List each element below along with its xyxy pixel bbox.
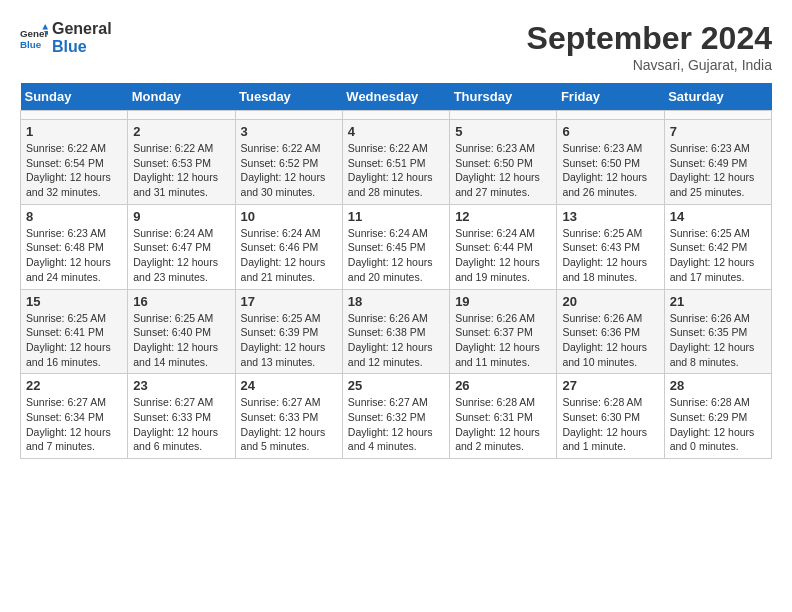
calendar-cell <box>557 111 664 120</box>
calendar-cell: 6Sunrise: 6:23 AMSunset: 6:50 PMDaylight… <box>557 120 664 205</box>
calendar-cell <box>664 111 771 120</box>
day-number: 10 <box>241 209 337 224</box>
calendar-cell: 28Sunrise: 6:28 AMSunset: 6:29 PMDayligh… <box>664 374 771 459</box>
day-info: Sunrise: 6:24 AMSunset: 6:46 PMDaylight:… <box>241 226 337 285</box>
calendar-cell: 16Sunrise: 6:25 AMSunset: 6:40 PMDayligh… <box>128 289 235 374</box>
calendar-cell: 8Sunrise: 6:23 AMSunset: 6:48 PMDaylight… <box>21 204 128 289</box>
location: Navsari, Gujarat, India <box>527 57 772 73</box>
calendar-cell: 2Sunrise: 6:22 AMSunset: 6:53 PMDaylight… <box>128 120 235 205</box>
calendar-cell: 26Sunrise: 6:28 AMSunset: 6:31 PMDayligh… <box>450 374 557 459</box>
day-number: 1 <box>26 124 122 139</box>
day-number: 7 <box>670 124 766 139</box>
calendar-table: Sunday Monday Tuesday Wednesday Thursday… <box>20 83 772 459</box>
calendar-cell: 3Sunrise: 6:22 AMSunset: 6:52 PMDaylight… <box>235 120 342 205</box>
day-info: Sunrise: 6:23 AMSunset: 6:50 PMDaylight:… <box>562 141 658 200</box>
calendar-cell: 15Sunrise: 6:25 AMSunset: 6:41 PMDayligh… <box>21 289 128 374</box>
calendar-cell: 22Sunrise: 6:27 AMSunset: 6:34 PMDayligh… <box>21 374 128 459</box>
day-number: 6 <box>562 124 658 139</box>
day-number: 8 <box>26 209 122 224</box>
calendar-cell: 27Sunrise: 6:28 AMSunset: 6:30 PMDayligh… <box>557 374 664 459</box>
day-info: Sunrise: 6:25 AMSunset: 6:39 PMDaylight:… <box>241 311 337 370</box>
calendar-week-row: 15Sunrise: 6:25 AMSunset: 6:41 PMDayligh… <box>21 289 772 374</box>
calendar-cell: 7Sunrise: 6:23 AMSunset: 6:49 PMDaylight… <box>664 120 771 205</box>
col-saturday: Saturday <box>664 83 771 111</box>
month-title: September 2024 <box>527 20 772 57</box>
logo: General Blue General Blue <box>20 20 112 55</box>
calendar-cell <box>342 111 449 120</box>
day-info: Sunrise: 6:25 AMSunset: 6:40 PMDaylight:… <box>133 311 229 370</box>
calendar-week-row: 8Sunrise: 6:23 AMSunset: 6:48 PMDaylight… <box>21 204 772 289</box>
calendar-cell: 25Sunrise: 6:27 AMSunset: 6:32 PMDayligh… <box>342 374 449 459</box>
header-row: Sunday Monday Tuesday Wednesday Thursday… <box>21 83 772 111</box>
day-number: 22 <box>26 378 122 393</box>
calendar-cell: 4Sunrise: 6:22 AMSunset: 6:51 PMDaylight… <box>342 120 449 205</box>
logo-icon: General Blue <box>20 24 48 52</box>
logo-line2: Blue <box>52 38 112 56</box>
col-wednesday: Wednesday <box>342 83 449 111</box>
day-number: 3 <box>241 124 337 139</box>
day-info: Sunrise: 6:22 AMSunset: 6:54 PMDaylight:… <box>26 141 122 200</box>
col-friday: Friday <box>557 83 664 111</box>
calendar-cell: 5Sunrise: 6:23 AMSunset: 6:50 PMDaylight… <box>450 120 557 205</box>
title-area: September 2024 Navsari, Gujarat, India <box>527 20 772 73</box>
day-info: Sunrise: 6:22 AMSunset: 6:51 PMDaylight:… <box>348 141 444 200</box>
day-number: 27 <box>562 378 658 393</box>
day-info: Sunrise: 6:23 AMSunset: 6:48 PMDaylight:… <box>26 226 122 285</box>
day-info: Sunrise: 6:28 AMSunset: 6:29 PMDaylight:… <box>670 395 766 454</box>
calendar-cell: 1Sunrise: 6:22 AMSunset: 6:54 PMDaylight… <box>21 120 128 205</box>
day-info: Sunrise: 6:22 AMSunset: 6:53 PMDaylight:… <box>133 141 229 200</box>
col-monday: Monday <box>128 83 235 111</box>
day-info: Sunrise: 6:25 AMSunset: 6:43 PMDaylight:… <box>562 226 658 285</box>
calendar-cell: 17Sunrise: 6:25 AMSunset: 6:39 PMDayligh… <box>235 289 342 374</box>
day-info: Sunrise: 6:27 AMSunset: 6:34 PMDaylight:… <box>26 395 122 454</box>
day-info: Sunrise: 6:28 AMSunset: 6:30 PMDaylight:… <box>562 395 658 454</box>
day-number: 4 <box>348 124 444 139</box>
day-info: Sunrise: 6:25 AMSunset: 6:42 PMDaylight:… <box>670 226 766 285</box>
day-info: Sunrise: 6:27 AMSunset: 6:33 PMDaylight:… <box>241 395 337 454</box>
day-number: 24 <box>241 378 337 393</box>
svg-marker-2 <box>42 24 48 30</box>
calendar-week-row: 1Sunrise: 6:22 AMSunset: 6:54 PMDaylight… <box>21 120 772 205</box>
day-number: 18 <box>348 294 444 309</box>
day-info: Sunrise: 6:25 AMSunset: 6:41 PMDaylight:… <box>26 311 122 370</box>
calendar-cell: 24Sunrise: 6:27 AMSunset: 6:33 PMDayligh… <box>235 374 342 459</box>
day-info: Sunrise: 6:22 AMSunset: 6:52 PMDaylight:… <box>241 141 337 200</box>
day-info: Sunrise: 6:24 AMSunset: 6:44 PMDaylight:… <box>455 226 551 285</box>
calendar-cell: 10Sunrise: 6:24 AMSunset: 6:46 PMDayligh… <box>235 204 342 289</box>
calendar-cell: 13Sunrise: 6:25 AMSunset: 6:43 PMDayligh… <box>557 204 664 289</box>
calendar-cell <box>235 111 342 120</box>
day-number: 26 <box>455 378 551 393</box>
calendar-cell: 12Sunrise: 6:24 AMSunset: 6:44 PMDayligh… <box>450 204 557 289</box>
day-number: 5 <box>455 124 551 139</box>
day-number: 25 <box>348 378 444 393</box>
calendar-week-row <box>21 111 772 120</box>
day-info: Sunrise: 6:23 AMSunset: 6:49 PMDaylight:… <box>670 141 766 200</box>
calendar-cell: 23Sunrise: 6:27 AMSunset: 6:33 PMDayligh… <box>128 374 235 459</box>
day-info: Sunrise: 6:27 AMSunset: 6:33 PMDaylight:… <box>133 395 229 454</box>
day-info: Sunrise: 6:28 AMSunset: 6:31 PMDaylight:… <box>455 395 551 454</box>
day-number: 21 <box>670 294 766 309</box>
svg-text:Blue: Blue <box>20 38 42 49</box>
day-info: Sunrise: 6:26 AMSunset: 6:38 PMDaylight:… <box>348 311 444 370</box>
col-tuesday: Tuesday <box>235 83 342 111</box>
day-number: 13 <box>562 209 658 224</box>
calendar-cell: 20Sunrise: 6:26 AMSunset: 6:36 PMDayligh… <box>557 289 664 374</box>
day-number: 14 <box>670 209 766 224</box>
logo-line1: General <box>52 20 112 38</box>
day-number: 12 <box>455 209 551 224</box>
calendar-cell: 21Sunrise: 6:26 AMSunset: 6:35 PMDayligh… <box>664 289 771 374</box>
day-number: 2 <box>133 124 229 139</box>
day-number: 23 <box>133 378 229 393</box>
day-info: Sunrise: 6:23 AMSunset: 6:50 PMDaylight:… <box>455 141 551 200</box>
calendar-cell: 9Sunrise: 6:24 AMSunset: 6:47 PMDaylight… <box>128 204 235 289</box>
day-info: Sunrise: 6:24 AMSunset: 6:47 PMDaylight:… <box>133 226 229 285</box>
day-number: 15 <box>26 294 122 309</box>
col-thursday: Thursday <box>450 83 557 111</box>
calendar-cell <box>128 111 235 120</box>
calendar-cell: 14Sunrise: 6:25 AMSunset: 6:42 PMDayligh… <box>664 204 771 289</box>
calendar-cell: 11Sunrise: 6:24 AMSunset: 6:45 PMDayligh… <box>342 204 449 289</box>
day-number: 28 <box>670 378 766 393</box>
day-number: 11 <box>348 209 444 224</box>
day-info: Sunrise: 6:27 AMSunset: 6:32 PMDaylight:… <box>348 395 444 454</box>
col-sunday: Sunday <box>21 83 128 111</box>
